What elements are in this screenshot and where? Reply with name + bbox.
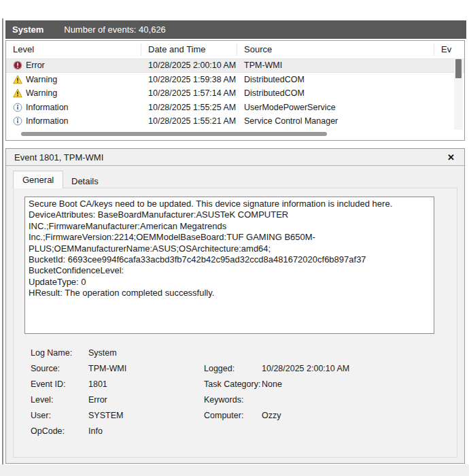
detail-value: 1801: [88, 379, 204, 389]
event-detail-title: Event 1801, TPM-WMI: [14, 152, 103, 163]
event-details-grid: Log Name:SystemSource:TPM-WMILogged:10/2…: [31, 345, 451, 439]
event-description-box[interactable]: Secure Boot CA/keys need to be updated. …: [24, 197, 434, 334]
source-cell: DistributedCOM: [237, 75, 434, 84]
detail-value: TPM-WMI: [88, 364, 204, 373]
source-cell: DistributedCOM: [237, 88, 434, 98]
event-detail-header: Event 1801, TPM-WMI ✕: [6, 149, 464, 166]
warning-icon: [13, 75, 22, 84]
event-table: LevelDate and TimeSourceEv Error10/28/20…: [5, 40, 465, 141]
description-line: HResult: The operation completed success…: [29, 288, 430, 299]
level-label: Warning: [26, 88, 57, 98]
datetime-cell: 10/28/2025 1:55:25 AM: [141, 103, 237, 112]
info-icon: [13, 103, 22, 112]
detail-row: OpCode:Info: [31, 423, 451, 439]
event-detail-panel: Event 1801, TPM-WMI ✕ General Details Se…: [5, 148, 465, 464]
datetime-cell: 10/28/2025 1:57:14 AM: [141, 88, 237, 98]
column-header-source[interactable]: Source: [237, 44, 434, 56]
detail-row: Log Name:System: [31, 345, 451, 360]
detail-label: Computer:: [204, 411, 262, 420]
description-line: BucketId: 6693cee994f6cafa33acbd3fb7c42b…: [29, 254, 430, 265]
detail-value: SYSTEM: [88, 411, 204, 420]
event-table-header: LevelDate and TimeSourceEv: [6, 41, 464, 58]
window-bottom-strip: [0, 464, 469, 476]
detail-value: Info: [88, 426, 204, 436]
detail-label: Keywords:: [204, 395, 262, 405]
detail-row: Level:ErrorKeywords:: [31, 392, 451, 407]
column-header-ev[interactable]: Ev: [434, 44, 464, 56]
detail-row: User:SYSTEMComputer:Ozzy: [31, 407, 451, 423]
source-cell: UserModePowerService: [237, 103, 434, 112]
datetime-cell: 10/28/2025 2:00:10 AM: [141, 61, 237, 70]
source-cell: Service Control Manager: [237, 116, 434, 126]
close-icon[interactable]: ✕: [447, 153, 455, 162]
description-line: Secure Boot CA/keys need to be updated. …: [29, 199, 430, 209]
general-tab-page: Secure Boot CA/keys need to be updated. …: [13, 188, 457, 458]
detail-label: OpCode:: [31, 426, 88, 436]
detail-row: Event ID:1801Task Category:None: [31, 376, 451, 392]
vertical-scrollbar[interactable]: [454, 59, 463, 130]
datetime-cell: 10/28/2025 1:59:38 AM: [141, 75, 237, 84]
window-left-edge: [2, 18, 3, 469]
log-name: System: [12, 24, 44, 35]
table-row[interactable]: Warning10/28/2025 1:57:14 AMDistributedC…: [6, 86, 464, 101]
source-cell: TPM-WMI: [237, 61, 434, 70]
level-label: Error: [26, 61, 45, 70]
detail-label: Task Category:: [204, 379, 262, 389]
column-header-date-and-time[interactable]: Date and Time: [141, 44, 237, 56]
detail-value: Error: [88, 395, 204, 405]
detail-value: 10/28/2025 2:00:10 AM: [262, 364, 451, 373]
event-table-rows: Error10/28/2025 2:00:10 AMTPM-WMIWarning…: [6, 58, 464, 129]
description-line: DeviceAttributes: BaseBoardManufacturer:…: [29, 209, 430, 254]
detail-label: Log Name:: [31, 348, 88, 358]
detail-value: None: [262, 379, 451, 389]
detail-label: Level:: [31, 395, 88, 405]
detail-label: Source:: [31, 364, 88, 373]
vertical-scrollbar-thumb[interactable]: [455, 59, 462, 78]
description-line: BucketConfidenceLevel:: [29, 265, 430, 276]
detail-label: Logged:: [204, 364, 262, 373]
table-row[interactable]: Information10/28/2025 1:55:21 AMService …: [6, 114, 464, 129]
events-count: Number of events: 40,626: [64, 24, 166, 35]
table-row[interactable]: Information10/28/2025 1:55:25 AMUserMode…: [6, 101, 464, 115]
level-label: Information: [26, 103, 69, 112]
tab-details[interactable]: Details: [63, 173, 107, 188]
level-label: Warning: [26, 75, 57, 84]
tab-general[interactable]: General: [13, 171, 63, 188]
datetime-cell: 10/28/2025 1:55:21 AM: [141, 116, 237, 126]
warning-icon: [13, 88, 22, 98]
level-label: Information: [26, 116, 69, 126]
error-icon: [13, 61, 22, 70]
info-icon: [13, 116, 22, 126]
log-title-bar: System Number of events: 40,626: [5, 20, 466, 39]
description-line: UpdateType: 0: [29, 277, 430, 288]
horizontal-scrollbar-thumb[interactable]: [21, 132, 327, 136]
detail-label: Event ID:: [31, 379, 88, 389]
detail-value: System: [88, 348, 204, 358]
column-header-level[interactable]: Level: [6, 44, 141, 56]
detail-row: Source:TPM-WMILogged:10/28/2025 2:00:10 …: [31, 360, 451, 376]
table-row[interactable]: Warning10/28/2025 1:59:38 AMDistributedC…: [6, 73, 464, 87]
detail-value: Ozzy: [262, 411, 451, 420]
detail-label: User:: [31, 411, 88, 420]
table-row[interactable]: Error10/28/2025 2:00:10 AMTPM-WMI: [6, 58, 464, 73]
